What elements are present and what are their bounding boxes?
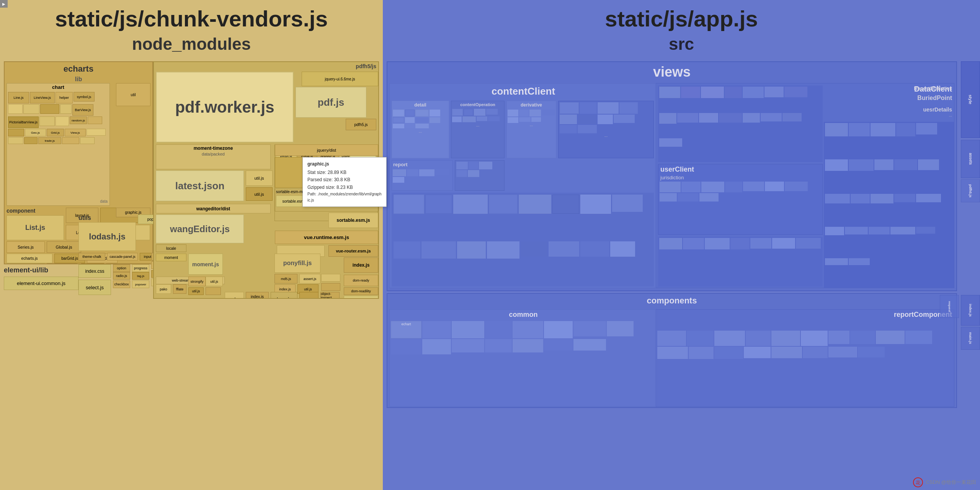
common-b4 — [513, 321, 543, 338]
content-operation-label: contentOperation — [451, 101, 504, 108]
content-op-block8 — [488, 116, 500, 121]
pdfworkerjs-label: pdf.worker.js — [175, 98, 274, 116]
components-label: components — [387, 294, 956, 308]
rc-b9 — [876, 331, 905, 344]
option-block: option — [113, 264, 130, 272]
fflate-block: fflate — [173, 284, 186, 294]
rc-b2 — [687, 331, 714, 346]
detail-block8 — [430, 117, 440, 123]
cascade-panel-block: cascade-panel.js — [107, 253, 138, 261]
lower-b13 — [521, 241, 547, 257]
block2 — [23, 104, 39, 114]
rc-b8 — [850, 331, 875, 344]
util3-block: util.js — [206, 277, 223, 286]
lower-b15 — [580, 241, 609, 257]
detail-block2 — [405, 110, 415, 116]
helper-block: helper — [56, 92, 73, 103]
dc-r14 — [894, 194, 915, 202]
userclient-label: userClient — [658, 164, 822, 175]
left-panel: static/js/chunk-vendors.js node_modules … — [0, 0, 383, 490]
detail-block9 — [393, 124, 404, 128]
block5 — [39, 116, 55, 126]
left-b4 — [456, 170, 467, 177]
rc-b15 — [771, 347, 802, 358]
dc-b14 — [782, 113, 802, 121]
content-op-block5 — [452, 116, 462, 122]
uc-b4 — [725, 182, 742, 192]
common-b5 — [544, 321, 573, 338]
left-b1 — [456, 162, 468, 169]
qjs-label: q.js — [225, 292, 244, 299]
detail-block10 — [405, 124, 415, 128]
misc-web-block — [206, 287, 221, 295]
left-b3 — [479, 162, 492, 169]
axisproxyjs-block: AxisProxy.js — [47, 263, 77, 264]
checkbox-block: checkbox — [113, 280, 130, 288]
dc-r22 — [849, 258, 870, 265]
deriv-block3 — [529, 110, 541, 116]
uc-low6 — [772, 238, 795, 249]
rc-b5 — [771, 331, 800, 346]
dc-r5 — [916, 123, 937, 134]
content-op-block1 — [452, 109, 463, 116]
content-op-block7 — [477, 116, 487, 121]
num-block1 — [321, 274, 340, 282]
lower-b12 — [487, 241, 519, 259]
pdfh5js-small: pdfh5.js — [346, 119, 376, 130]
symboljs-block: symbol.js — [74, 92, 95, 102]
common-b7 — [607, 321, 634, 336]
dc-b8 — [659, 113, 676, 124]
cc-extra7 — [598, 115, 613, 124]
top-button[interactable]: ▶ — [0, 0, 8, 8]
vue-runtime-esm-block: vue.runtime.esm.js — [304, 234, 349, 240]
domreadily-block: dom-readility — [344, 287, 378, 295]
src-label: src — [383, 34, 980, 56]
contentclient-section: contentClient detail — [389, 83, 657, 288]
component-label: component — [7, 208, 35, 214]
vueesmjs-block: vue.esm.js — [344, 296, 378, 299]
style-section: style — [961, 61, 980, 138]
dc-r6 — [825, 159, 848, 171]
indexjs-q-block: index.js — [246, 292, 269, 299]
report-b5 — [393, 177, 404, 183]
detail-block1 — [393, 110, 404, 116]
lower-b6 — [552, 195, 579, 214]
block13 — [80, 137, 95, 144]
assets-section: assets — [961, 140, 980, 178]
chart-label: chart — [7, 84, 109, 91]
deriv-block4 — [542, 110, 555, 115]
dc-b6 — [764, 87, 784, 97]
cc-extra1 — [560, 102, 579, 114]
rc-b4 — [746, 331, 771, 346]
dc-r9 — [894, 159, 917, 170]
selectjs-block: select.js — [78, 280, 111, 295]
brushcontrollerjs-block: BrushController.js — [7, 263, 45, 264]
cc-extra10 — [578, 125, 597, 133]
echart-block: echart — [391, 321, 421, 338]
uc-low4 — [730, 238, 750, 249]
dc-r13 — [871, 194, 893, 203]
cc-extra3 — [598, 102, 619, 114]
dc-b15 — [659, 138, 682, 147]
block7 — [88, 116, 102, 124]
dc-r15 — [916, 194, 941, 202]
common-b6 — [573, 321, 606, 336]
dc-b2 — [681, 87, 700, 98]
util-block: util — [116, 83, 150, 106]
dc-r1 — [825, 123, 848, 136]
uc-low2 — [683, 238, 704, 249]
utils-label: utils — [78, 215, 91, 221]
dc-r10 — [918, 159, 939, 170]
pdfh5-right-section: pdfh5.js — [961, 179, 980, 202]
detail-block6 — [405, 117, 415, 123]
deriv-block1 — [508, 110, 518, 116]
dc-b1 — [659, 87, 680, 98]
report-component-subsection: reportComponent ··· — [656, 309, 954, 407]
dc-b9 — [677, 113, 698, 123]
radio-block: radio.js — [113, 272, 130, 280]
element-ui-lib-label: element-ui/lib — [4, 266, 48, 274]
rc-b7 — [828, 331, 849, 344]
locale-label: locale — [156, 244, 186, 252]
uc-b3 — [701, 182, 724, 192]
uc-low1 — [659, 238, 682, 249]
